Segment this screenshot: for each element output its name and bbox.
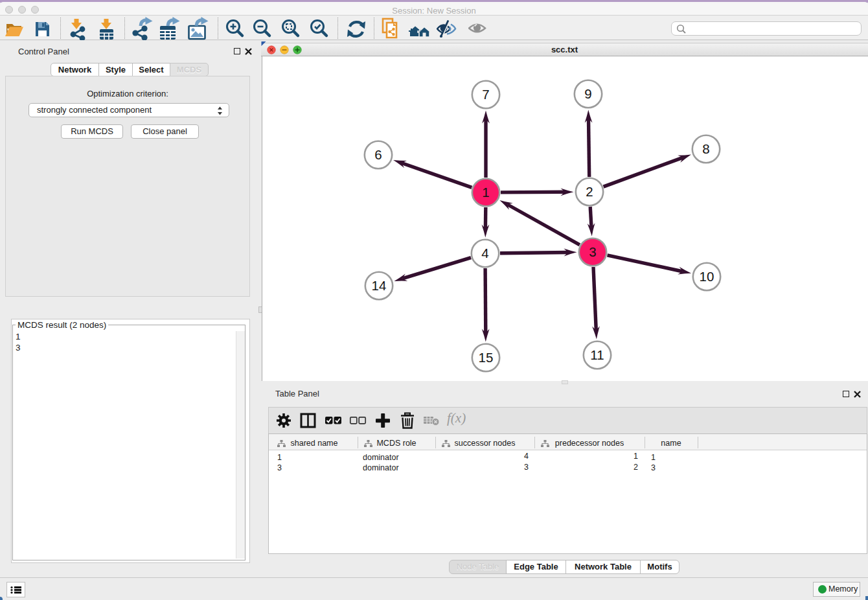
svg-text:11: 11: [590, 347, 604, 362]
svg-text:9: 9: [584, 86, 591, 101]
svg-text:4: 4: [481, 246, 488, 260]
svg-text:6: 6: [374, 147, 382, 162]
svg-text:8: 8: [702, 141, 709, 156]
svg-text:1: 1: [482, 185, 489, 200]
svg-text:2: 2: [586, 184, 593, 199]
svg-text:7: 7: [482, 87, 489, 102]
svg-text:15: 15: [479, 350, 494, 365]
svg-text:14: 14: [372, 278, 387, 293]
svg-text:10: 10: [700, 269, 714, 284]
svg-text:3: 3: [589, 244, 596, 259]
